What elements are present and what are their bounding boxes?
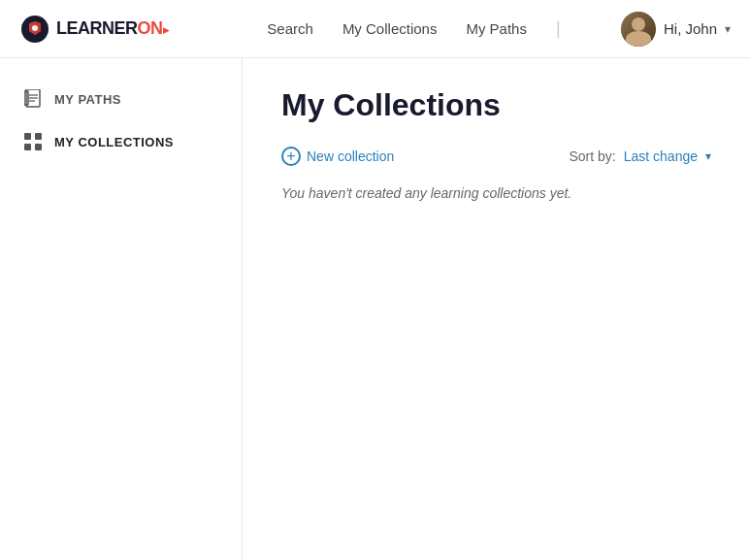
- avatar-image: [621, 12, 656, 47]
- sidebar-item-my-paths[interactable]: MY PATHS: [0, 78, 242, 120]
- sort-area: Sort by: Last change ▾: [569, 148, 711, 164]
- svg-rect-7: [24, 133, 31, 140]
- logo-icon: [19, 14, 50, 45]
- new-collection-button[interactable]: + New collection: [281, 147, 394, 166]
- chevron-down-icon[interactable]: ▾: [725, 22, 731, 36]
- sort-value[interactable]: Last change: [624, 148, 698, 164]
- logo[interactable]: LEARNERON▸: [19, 14, 168, 45]
- toolbar: + New collection Sort by: Last change ▾: [281, 147, 711, 166]
- svg-rect-9: [24, 144, 31, 150]
- book-icon: [23, 89, 43, 109]
- empty-message: You haven't created any learning collect…: [281, 185, 711, 201]
- user-menu[interactable]: Hi, John ▾: [621, 12, 731, 47]
- nav-links: Search My Collections My Paths |: [207, 16, 621, 41]
- sidebar-item-my-collections-label: MY COLLECTIONS: [54, 135, 174, 149]
- grid-icon: [23, 132, 43, 151]
- nav-my-paths[interactable]: My Paths: [466, 16, 527, 41]
- content-area: My Collections + New collection Sort by:…: [243, 58, 750, 560]
- sort-chevron-icon[interactable]: ▾: [705, 149, 711, 163]
- main-layout: MY PATHS MY COLLECTIONS My Collections +…: [0, 58, 750, 560]
- new-collection-label: New collection: [307, 148, 394, 164]
- sidebar: MY PATHS MY COLLECTIONS: [0, 58, 243, 560]
- greeting-text: Hi, John: [664, 20, 717, 37]
- avatar: [621, 12, 656, 47]
- sidebar-item-my-collections[interactable]: MY COLLECTIONS: [0, 120, 242, 163]
- plus-circle-icon: +: [281, 147, 301, 166]
- svg-point-1: [32, 25, 38, 31]
- navbar: LEARNERON▸ Search My Collections My Path…: [0, 0, 750, 58]
- nav-divider: |: [556, 18, 561, 39]
- nav-my-collections[interactable]: My Collections: [342, 16, 438, 41]
- sidebar-item-my-paths-label: MY PATHS: [54, 92, 121, 107]
- svg-rect-8: [35, 133, 42, 140]
- logo-text: LEARNERON▸: [56, 18, 168, 39]
- page-title: My Collections: [281, 87, 711, 123]
- svg-rect-10: [35, 144, 42, 150]
- nav-search[interactable]: Search: [267, 16, 313, 41]
- sort-label: Sort by:: [569, 148, 615, 164]
